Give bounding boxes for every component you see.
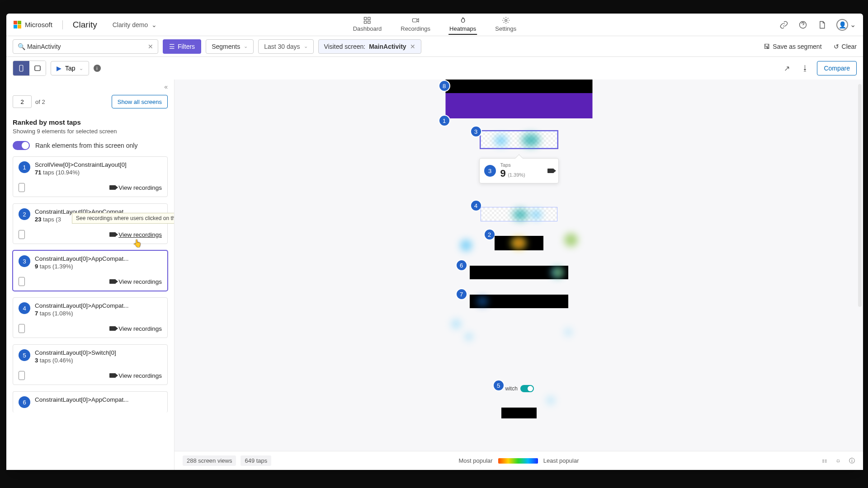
nav-settings[interactable]: Settings bbox=[494, 14, 517, 35]
camera-icon bbox=[411, 16, 420, 24]
filters-button[interactable]: ☰ Filters bbox=[163, 39, 201, 54]
nav-recordings[interactable]: Recordings bbox=[400, 14, 431, 35]
view-recordings-link[interactable]: View recordings bbox=[109, 184, 162, 191]
heat-blob bbox=[564, 328, 572, 336]
view-recordings-link[interactable]: View recordings bbox=[109, 372, 162, 379]
camera-icon[interactable] bbox=[547, 169, 554, 173]
compare-button[interactable]: Compare bbox=[817, 61, 857, 75]
user-avatar-icon: 👤 bbox=[836, 19, 848, 31]
device-icon bbox=[19, 277, 25, 286]
tablet-toggle[interactable] bbox=[29, 61, 46, 75]
document-icon[interactable] bbox=[817, 20, 826, 29]
nav-dashboard[interactable]: Dashboard bbox=[352, 14, 383, 35]
rank-badge: 1 bbox=[19, 161, 30, 173]
screen-views-stat: 288 screen views bbox=[183, 455, 236, 466]
screen-block bbox=[445, 93, 592, 118]
hotspot-marker-7[interactable]: 7 bbox=[456, 288, 467, 300]
rank-card-2[interactable]: 2 ConstraintLayout[0]>AppCompat... 23 ta… bbox=[13, 203, 168, 244]
user-menu[interactable]: 👤 ⌄ bbox=[836, 19, 856, 31]
visited-screen-filter[interactable]: Visited screen: MainActivity ✕ bbox=[318, 39, 421, 54]
gear-icon bbox=[502, 16, 510, 24]
tap-tooltip: 3 Taps 9 (1.39%) bbox=[479, 158, 559, 183]
save-segment-button[interactable]: 🖫 Save as segment bbox=[764, 43, 821, 50]
microsoft-label: Microsoft bbox=[25, 21, 52, 28]
nav-heatmaps[interactable]: Heatmaps bbox=[448, 14, 477, 35]
brightness-icon[interactable]: ☼ bbox=[835, 457, 841, 465]
help-icon[interactable] bbox=[798, 20, 807, 29]
view-recordings-link[interactable]: View recordings bbox=[109, 278, 162, 285]
clear-search-icon[interactable]: ✕ bbox=[148, 43, 153, 50]
view-recordings-link[interactable]: View recordings bbox=[109, 231, 162, 238]
link-icon[interactable] bbox=[779, 20, 788, 29]
screen-block bbox=[495, 236, 543, 250]
filter-icon: ☰ bbox=[169, 43, 175, 50]
rank-badge: 2 bbox=[19, 208, 30, 220]
card-title: ConstraintLayout[0]>AppCompat... bbox=[35, 396, 129, 403]
svg-rect-2 bbox=[364, 21, 367, 23]
heatmap-canvas[interactable]: 8 1 3 3 Taps 9 (1.39%) 4 bbox=[175, 80, 863, 451]
ranking-subtitle: Showing 9 elements for selected screen bbox=[13, 128, 168, 135]
svg-rect-3 bbox=[368, 21, 370, 23]
rank-card-3[interactable]: 3 ConstraintLayout[0]>AppCompat... 9 tap… bbox=[13, 250, 168, 291]
info-icon[interactable]: i bbox=[94, 65, 101, 72]
svg-rect-8 bbox=[35, 66, 40, 71]
screen-element[interactable] bbox=[481, 131, 557, 148]
chevron-down-icon: ⌄ bbox=[850, 20, 856, 29]
rank-card-5[interactable]: 5 ConstraintLayout[0]>Switch[0] 3 taps (… bbox=[13, 344, 168, 385]
tap-mode-dropdown[interactable]: ▶ Tap ⌄ bbox=[51, 61, 89, 75]
screen-block bbox=[445, 80, 592, 93]
switch-element[interactable]: witch bbox=[505, 385, 534, 392]
mobile-toggle[interactable] bbox=[13, 61, 29, 75]
hotspot-marker-5[interactable]: 5 bbox=[493, 380, 505, 391]
svg-point-5 bbox=[505, 19, 507, 22]
hotspot-marker-2[interactable]: 2 bbox=[484, 229, 495, 240]
camera-icon bbox=[109, 232, 116, 237]
info-icon[interactable]: ⓘ bbox=[849, 457, 855, 465]
camera-icon bbox=[109, 373, 116, 378]
scrollbar[interactable] bbox=[858, 84, 862, 307]
hotspot-marker-8[interactable]: 8 bbox=[439, 80, 450, 92]
sidebar: « of 2 Show all screens Ranked by most t… bbox=[6, 80, 175, 470]
heat-blob bbox=[451, 319, 461, 329]
search-value: MainActivity bbox=[27, 43, 61, 50]
hotspot-marker-3[interactable]: 3 bbox=[470, 126, 482, 137]
show-all-screens-button[interactable]: Show all screens bbox=[112, 95, 168, 108]
popup-label: Taps bbox=[500, 162, 525, 168]
rank-card-1[interactable]: 1 ScrollView[0]>ConstraintLayout[0] 71 t… bbox=[13, 156, 168, 197]
rank-card-4[interactable]: 4 ConstraintLayout[0]>AppCompat... 7 tap… bbox=[13, 297, 168, 338]
svg-rect-7 bbox=[19, 65, 23, 71]
screen-element[interactable] bbox=[481, 207, 557, 221]
remove-filter-icon[interactable]: ✕ bbox=[410, 43, 415, 50]
rank-card-6[interactable]: 6 ConstraintLayout[0]>AppCompat... bbox=[13, 391, 168, 413]
page-of-label: of 2 bbox=[35, 99, 45, 105]
heat-blob bbox=[546, 396, 555, 405]
collapse-sidebar-icon[interactable]: « bbox=[164, 83, 168, 90]
top-nav: Dashboard Recordings Heatmaps Settings bbox=[352, 14, 518, 35]
device-icon bbox=[19, 324, 25, 333]
app-header: Microsoft Clarity Clarity demo ⌄ Dashboa… bbox=[6, 14, 863, 36]
camera-icon bbox=[109, 185, 116, 190]
toggle-label: Rank elements from this screen only bbox=[35, 142, 137, 149]
undo-icon: ↺ bbox=[834, 43, 839, 50]
heatmap-footer: 288 screen views 649 taps Most popular L… bbox=[175, 451, 863, 470]
clear-button[interactable]: ↺ Clear bbox=[834, 43, 857, 50]
download-icon[interactable]: ⭳ bbox=[802, 64, 809, 72]
switch-icon bbox=[520, 385, 534, 392]
share-icon[interactable]: ↗ bbox=[784, 64, 790, 73]
view-recordings-link[interactable]: View recordings bbox=[109, 325, 162, 332]
chevron-down-icon: ⌄ bbox=[151, 21, 157, 28]
hotspot-marker-1[interactable]: 1 bbox=[439, 115, 450, 127]
taps-stat: 649 taps bbox=[241, 455, 271, 466]
grid-icon[interactable]: ⚏ bbox=[822, 457, 827, 465]
segments-dropdown[interactable]: Segments ⌄ bbox=[206, 39, 254, 54]
project-dropdown[interactable]: Clarity demo ⌄ bbox=[113, 21, 157, 28]
search-input[interactable]: 🔍 MainActivity ✕ bbox=[13, 39, 158, 54]
heatmap-panel: 8 1 3 3 Taps 9 (1.39%) 4 bbox=[175, 80, 863, 470]
date-filter[interactable]: Last 30 days ⌄ bbox=[258, 39, 313, 54]
screen-only-toggle[interactable] bbox=[13, 141, 30, 150]
screen-block bbox=[470, 266, 568, 279]
page-input[interactable] bbox=[13, 95, 32, 108]
hotspot-marker-6[interactable]: 6 bbox=[456, 259, 467, 271]
heat-blob bbox=[465, 333, 473, 341]
cursor-icon: 👆 bbox=[133, 239, 142, 248]
